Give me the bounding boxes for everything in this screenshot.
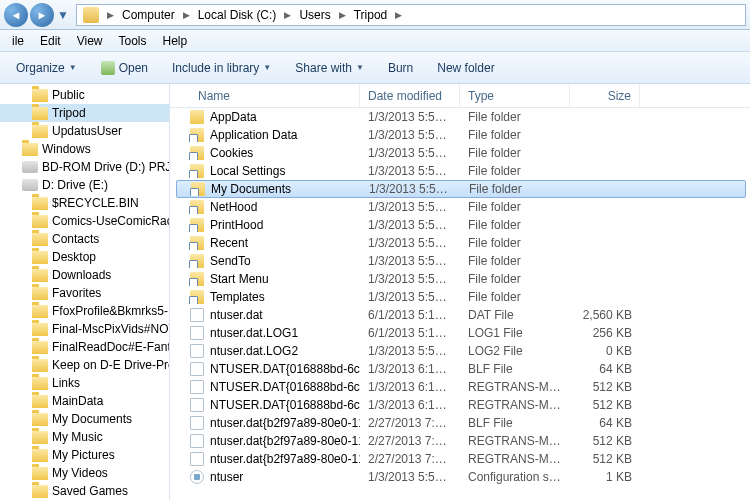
- chevron-right-icon[interactable]: ▶: [103, 10, 118, 20]
- tree-item-label: Keep on D-E Drive-Programs: [52, 358, 169, 372]
- tree-item[interactable]: Desktop: [0, 248, 169, 266]
- file-row[interactable]: ntuser.dat{b2f97a89-80e0-11e2...2/27/201…: [170, 432, 750, 450]
- folder-icon: [32, 89, 48, 102]
- file-icon: [190, 380, 204, 394]
- column-header-date[interactable]: Date modified: [360, 84, 460, 107]
- menu-file[interactable]: ile: [4, 32, 32, 50]
- chevron-right-icon[interactable]: ▶: [280, 10, 295, 20]
- file-row[interactable]: ntuser.dat6/1/2013 5:11 PMDAT File2,560 …: [170, 306, 750, 324]
- shortcut-icon: [190, 272, 204, 286]
- tree-item-label: $RECYCLE.BIN: [52, 196, 139, 210]
- breadcrumb-tripod[interactable]: Tripod: [350, 8, 392, 22]
- chevron-right-icon[interactable]: ▶: [391, 10, 406, 20]
- tree-item[interactable]: Favorites: [0, 284, 169, 302]
- nav-history-dropdown[interactable]: ▼: [56, 5, 70, 25]
- tree-item[interactable]: Keep on D-E Drive-Programs: [0, 356, 169, 374]
- file-name: NTUSER.DAT{016888bd-6c6f-11...: [210, 380, 360, 394]
- tree-item[interactable]: Windows: [0, 140, 169, 158]
- file-row[interactable]: AppData1/3/2013 5:56 AMFile folder: [170, 108, 750, 126]
- tree-item[interactable]: Final-MscPixVids#NOTE13.9: [0, 320, 169, 338]
- column-header-type[interactable]: Type: [460, 84, 570, 107]
- file-row[interactable]: NTUSER.DAT{016888bd-6c6f-11...1/3/2013 6…: [170, 378, 750, 396]
- file-row[interactable]: NetHood1/3/2013 5:56 AMFile folder: [170, 198, 750, 216]
- tree-item-label: Downloads: [52, 268, 111, 282]
- include-library-button[interactable]: Include in library▼: [162, 57, 281, 79]
- file-row[interactable]: My Documents1/3/2013 5:56 AMFile folder: [176, 180, 746, 198]
- forward-button[interactable]: ►: [30, 3, 54, 27]
- file-row[interactable]: Start Menu1/3/2013 5:56 AMFile folder: [170, 270, 750, 288]
- file-row[interactable]: Recent1/3/2013 5:56 AMFile folder: [170, 234, 750, 252]
- tree-item[interactable]: $RECYCLE.BIN: [0, 194, 169, 212]
- breadcrumb-bar[interactable]: ▶ Computer ▶ Local Disk (C:) ▶ Users ▶ T…: [76, 4, 746, 26]
- folder-icon: [32, 197, 48, 210]
- breadcrumb-users[interactable]: Users: [295, 8, 334, 22]
- folder-icon: [32, 395, 48, 408]
- file-row[interactable]: Application Data1/3/2013 5:56 AMFile fol…: [170, 126, 750, 144]
- file-date: 1/3/2013 5:56 AM: [360, 218, 460, 232]
- file-row[interactable]: SendTo1/3/2013 5:56 AMFile folder: [170, 252, 750, 270]
- tree-item-label: FinalReadDoc#E-FantLaCe22: [52, 340, 169, 354]
- file-row[interactable]: ntuser.dat{b2f97a89-80e0-11e2...2/27/201…: [170, 450, 750, 468]
- tree-item[interactable]: My Music: [0, 428, 169, 446]
- folder-icon: [32, 449, 48, 462]
- tree-item[interactable]: Downloads: [0, 266, 169, 284]
- tree-item[interactable]: UpdatusUser: [0, 122, 169, 140]
- file-list-pane[interactable]: Name Date modified Type Size AppData1/3/…: [170, 84, 750, 500]
- folder-icon: [32, 251, 48, 264]
- menu-tools[interactable]: Tools: [111, 32, 155, 50]
- column-header-size[interactable]: Size: [570, 84, 640, 107]
- back-button[interactable]: ◄: [4, 3, 28, 27]
- menu-edit[interactable]: Edit: [32, 32, 69, 50]
- file-row[interactable]: NTUSER.DAT{016888bd-6c6f-11...1/3/2013 6…: [170, 396, 750, 414]
- chevron-right-icon[interactable]: ▶: [179, 10, 194, 20]
- folder-icon: [32, 287, 48, 300]
- file-type: File folder: [460, 164, 570, 178]
- tree-item[interactable]: MainData: [0, 392, 169, 410]
- tree-item[interactable]: Contacts: [0, 230, 169, 248]
- share-with-button[interactable]: Share with▼: [285, 57, 374, 79]
- folder-icon: [83, 7, 99, 23]
- tree-item[interactable]: My Documents: [0, 410, 169, 428]
- tree-item[interactable]: Comics-UseComicRack-allCo: [0, 212, 169, 230]
- organize-button[interactable]: Organize▼: [6, 57, 87, 79]
- file-row[interactable]: ntuser.dat.LOG21/3/2013 5:56 AMLOG2 File…: [170, 342, 750, 360]
- column-header-name[interactable]: Name: [170, 84, 360, 107]
- file-type: File folder: [461, 182, 571, 196]
- breadcrumb-disk[interactable]: Local Disk (C:): [194, 8, 281, 22]
- file-icon: [190, 362, 204, 376]
- navigation-tree[interactable]: PublicTripodUpdatusUserWindowsBD-ROM Dri…: [0, 84, 170, 500]
- tree-item[interactable]: My Videos: [0, 464, 169, 482]
- file-date: 2/27/2013 7:33 AM: [360, 434, 460, 448]
- tree-item[interactable]: D: Drive (E:): [0, 176, 169, 194]
- file-type: REGTRANS-MS File: [460, 398, 570, 412]
- file-date: 2/27/2013 7:33 AM: [360, 452, 460, 466]
- chevron-right-icon[interactable]: ▶: [335, 10, 350, 20]
- tree-item[interactable]: BD-ROM Drive (D:) PRJ_20080: [0, 158, 169, 176]
- file-row[interactable]: Templates1/3/2013 5:56 AMFile folder: [170, 288, 750, 306]
- tree-item[interactable]: Public: [0, 86, 169, 104]
- burn-button[interactable]: Burn: [378, 57, 423, 79]
- tree-item[interactable]: Saved Games: [0, 482, 169, 500]
- file-row[interactable]: NTUSER.DAT{016888bd-6c6f-11...1/3/2013 6…: [170, 360, 750, 378]
- file-size: 512 KB: [570, 380, 640, 394]
- menu-view[interactable]: View: [69, 32, 111, 50]
- tree-item[interactable]: Links: [0, 374, 169, 392]
- tree-item[interactable]: My Pictures: [0, 446, 169, 464]
- file-row[interactable]: Cookies1/3/2013 5:56 AMFile folder: [170, 144, 750, 162]
- file-row[interactable]: Local Settings1/3/2013 5:56 AMFile folde…: [170, 162, 750, 180]
- file-row[interactable]: PrintHood1/3/2013 5:56 AMFile folder: [170, 216, 750, 234]
- file-size: 512 KB: [570, 434, 640, 448]
- file-date: 1/3/2013 5:56 AM: [360, 146, 460, 160]
- file-date: 1/3/2013 5:56 AM: [360, 344, 460, 358]
- menu-help[interactable]: Help: [155, 32, 196, 50]
- tree-item-label: Final-MscPixVids#NOTE13.9: [52, 322, 169, 336]
- tree-item[interactable]: FinalReadDoc#E-FantLaCe22: [0, 338, 169, 356]
- new-folder-button[interactable]: New folder: [427, 57, 504, 79]
- tree-item[interactable]: Tripod: [0, 104, 169, 122]
- file-row[interactable]: ntuser1/3/2013 5:56 AMConfiguration sett…: [170, 468, 750, 486]
- file-row[interactable]: ntuser.dat.LOG16/1/2013 5:11 PMLOG1 File…: [170, 324, 750, 342]
- breadcrumb-computer[interactable]: Computer: [118, 8, 179, 22]
- tree-item[interactable]: FfoxProfile&Bkmrks5-15-13: [0, 302, 169, 320]
- open-button[interactable]: Open: [91, 57, 158, 79]
- file-row[interactable]: ntuser.dat{b2f97a89-80e0-11e2...2/27/201…: [170, 414, 750, 432]
